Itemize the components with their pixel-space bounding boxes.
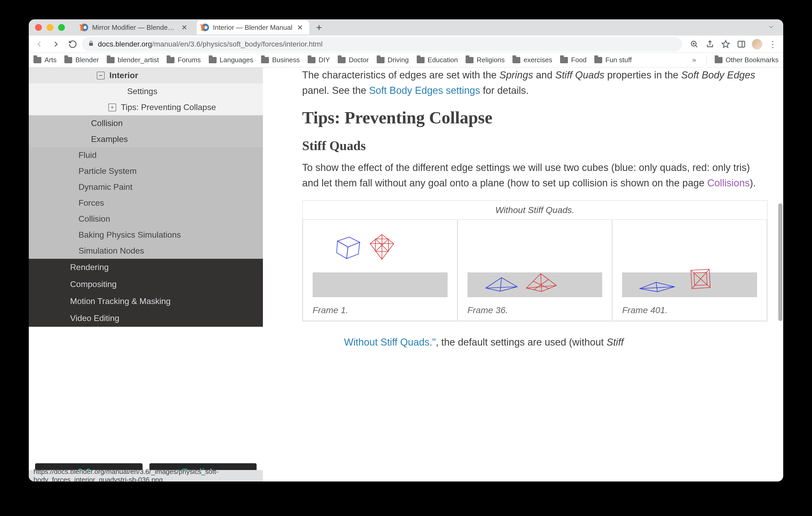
nav-item-collision[interactable]: Collision [29, 115, 263, 131]
browser-toolbar: docs.blender.org/manual/en/3.6/physics/s… [29, 35, 783, 53]
profile-avatar[interactable] [750, 37, 764, 52]
menu-button[interactable]: ⋮ [765, 37, 780, 52]
nav-item-settings[interactable]: Settings [29, 83, 263, 99]
bookmark-folder[interactable]: Food [560, 56, 586, 64]
wireframe-cube-red [366, 233, 398, 263]
reload-button[interactable] [65, 37, 80, 52]
nav-item-tips[interactable]: + Tips: Preventing Collapse [29, 99, 263, 115]
svg-marker-9 [347, 242, 360, 259]
browser-tab-active[interactable]: Interior — Blender Manual ✕ [197, 20, 309, 34]
bookmark-folder[interactable]: DIY [308, 56, 330, 64]
back-button[interactable] [32, 37, 47, 52]
other-bookmarks-button[interactable]: Other Bookmarks [715, 56, 779, 64]
bookmark-label: exercises [523, 56, 552, 64]
close-tab-button[interactable]: ✕ [180, 23, 188, 32]
bookmark-folder[interactable]: Business [261, 56, 300, 64]
figure-image[interactable] [313, 229, 447, 297]
wireframe-flat-blue [638, 280, 677, 294]
bookmark-folder[interactable]: Driving [377, 56, 409, 64]
folder-icon [308, 57, 316, 63]
bookmark-label: Business [272, 56, 300, 64]
text: The characteristics of edges are set wit… [302, 69, 499, 81]
nav-item[interactable]: Dynamic Paint [29, 179, 263, 195]
blender-favicon-icon [201, 23, 209, 32]
folder-icon [33, 57, 41, 63]
bookmark-star-icon[interactable] [718, 37, 733, 52]
nav-item[interactable]: Collision [29, 211, 263, 227]
nav-label: Forces [79, 198, 104, 208]
nav-label: Motion Tracking & Masking [70, 297, 171, 306]
bookmark-folder[interactable]: Forums [167, 56, 201, 64]
nav-label: Simulation Nodes [79, 246, 144, 256]
url-text: docs.blender.org/manual/en/3.6/physics/s… [98, 40, 323, 48]
folder-icon [107, 57, 115, 63]
side-panel-icon[interactable] [734, 37, 749, 52]
folder-icon [261, 57, 269, 63]
text: To show the effect of the different edge… [302, 162, 750, 188]
em: Stiff Quads [555, 69, 604, 81]
toolbar-right: ⋮ [684, 37, 780, 52]
collapse-icon[interactable]: − [97, 72, 105, 80]
fullscreen-window-button[interactable] [58, 24, 65, 31]
nav-item-examples[interactable]: Examples [29, 131, 263, 147]
nav-item-interior[interactable]: − Interior [29, 67, 263, 83]
browser-window: Mirror Modifier — Blender Man… ✕ Interio… [29, 19, 783, 482]
bookmark-folder[interactable]: Doctor [338, 56, 369, 64]
folder-icon [377, 57, 384, 63]
zoom-icon[interactable] [687, 37, 702, 52]
figure-image[interactable] [622, 229, 757, 297]
heading-tips: Tips: Preventing Collapse [302, 108, 767, 127]
forward-button[interactable] [49, 37, 63, 52]
bookmark-folder[interactable]: blender_artist [107, 56, 159, 64]
nav-item[interactable]: Simulation Nodes [29, 243, 263, 259]
link-figure-ref[interactable]: Without Stiff Quads." [344, 337, 436, 348]
wireframe-cube-blue [334, 235, 362, 262]
nav-item[interactable]: Video Editing [29, 310, 263, 327]
bookmark-folder[interactable]: Blender [64, 56, 99, 64]
folder-icon [209, 57, 216, 63]
wireframe-collapsed-red [521, 269, 560, 294]
link-soft-body-edges[interactable]: Soft Body Edges settings [369, 85, 480, 96]
expand-icon[interactable]: + [108, 103, 116, 111]
browser-tab-inactive[interactable]: Mirror Modifier — Blender Man… ✕ [76, 20, 194, 34]
wireframe-collapsed-blue [483, 275, 520, 294]
text: , the default settings are used (without [436, 337, 607, 348]
new-tab-button[interactable]: + [312, 22, 325, 33]
address-bar[interactable]: docs.blender.org/manual/en/3.6/physics/s… [82, 37, 682, 52]
nav-item[interactable]: Compositing [29, 276, 263, 293]
paragraph: To show the effect of the different edge… [302, 160, 767, 191]
nav-item[interactable]: Rendering [29, 259, 263, 276]
bookmark-folder[interactable]: exercises [513, 56, 552, 64]
doc-main: The characteristics of edges are set wit… [263, 67, 783, 482]
scrollbar-thumb[interactable] [778, 203, 782, 321]
folder-icon [715, 57, 723, 63]
ground-plane [313, 272, 447, 297]
nav-item[interactable]: Fluid [29, 147, 263, 163]
close-tab-button[interactable]: ✕ [296, 23, 304, 32]
tabs-overflow-button[interactable] [767, 23, 780, 32]
figure-image[interactable] [467, 229, 603, 297]
bookmark-folder[interactable]: Education [417, 56, 458, 64]
em: Stiff [606, 337, 624, 348]
bookmark-label: Blender [75, 56, 99, 64]
nav-item[interactable]: Motion Tracking & Masking [29, 293, 263, 310]
bookmarks-overflow-button[interactable]: » [692, 56, 698, 64]
bookmark-folder[interactable]: Fun stuff [594, 56, 632, 64]
nav-label: Collision [79, 214, 110, 224]
nav-item[interactable]: Particle System [29, 163, 263, 179]
minimize-window-button[interactable] [47, 24, 53, 31]
close-window-button[interactable] [35, 24, 42, 31]
svg-line-18 [500, 278, 501, 291]
paragraph: The characteristics of edges are set wit… [302, 67, 767, 98]
nav-label: Interior [109, 70, 138, 80]
bookmark-folder[interactable]: Religions [466, 56, 504, 64]
link-collisions[interactable]: Collisions [707, 178, 750, 188]
url-host: docs.blender.org [98, 40, 152, 48]
bookmark-folder[interactable]: Arts [33, 56, 57, 64]
text: properties in the [604, 69, 681, 81]
bookmark-folder[interactable]: Languages [209, 56, 254, 64]
nav-item[interactable]: Baking Physics Simulations [29, 227, 263, 243]
nav-item[interactable]: Forces [29, 195, 263, 211]
share-icon[interactable] [703, 37, 717, 52]
folder-icon [64, 57, 72, 63]
